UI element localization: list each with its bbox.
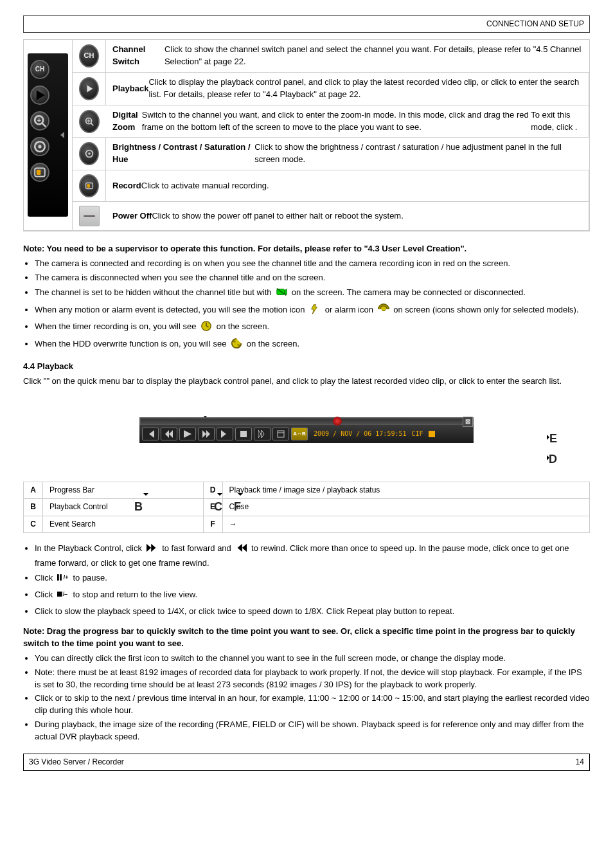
brightness-icon [79,142,99,165]
ff-icon [147,542,158,557]
section-playback: 4.4 Playback [23,361,590,373]
event-search-icon [272,428,289,440]
playback-progress: ⊠ [139,417,474,425]
section-camera-status: Note: You need to be a supervisor to ope… [23,243,590,255]
svg-point-4 [38,145,41,149]
note-time-search: Note: Drag the progress bar to quickly s… [23,626,590,650]
svg-rect-33 [60,574,62,581]
svg-point-12 [88,152,91,155]
tip-speed-only: During playback, the image size of the r… [35,719,590,743]
play-icon [179,428,196,440]
ch-icon: CH [79,44,99,68]
power-off-icon [79,206,100,226]
record-icon [79,174,99,197]
stop-minus-icon: /− [57,588,69,604]
zoom-icon [79,110,100,133]
tip-8192: Note: there must be at least 8192 images… [35,667,590,691]
header-bar: CONNECTION AND SETUP [23,15,590,33]
desc-channel-switch: Channel Switch Click to show the channel… [106,40,589,73]
tip-pause: Click /+ to pause. [35,572,590,587]
tip-ff-rw: In the Playback Control, click to fast f… [35,542,590,570]
next-icon [217,428,233,440]
tip-switch-channel: You can directly click the first icon to… [35,653,590,665]
callout-B: B [134,498,143,515]
svg-line-8 [91,123,94,125]
svg-rect-28 [240,431,247,437]
camera-status-list: The camera is connected and recording is… [35,258,590,353]
tip-timer-recording: When the timer recording is on, you will… [35,320,590,336]
tip-overwrite: When the HDD overwrite function is on, y… [35,338,590,353]
desc-brightness: Brightness / Contrast / Saturation / Hue… [106,138,589,170]
playback-figure: A B C F E D ⊠ A↔B [82,417,531,443]
desc-record: Record Click to activate manual recordin… [106,170,589,202]
quick-btn-power-off [73,202,106,231]
quick-btn-channel-switch: CH [73,40,106,73]
quick-btn-record [73,170,106,202]
tamper-icon [276,286,287,302]
motion-icon [309,303,321,319]
quick-btn-zoom [73,105,106,138]
tip-tamper: The channel is set to be hidden without … [35,286,590,302]
desc-playback: Playback Click to display the playback c… [106,73,589,105]
page: CONNECTION AND SETUP CH + CH Channel Swi… [0,0,613,781]
callout-C: C [214,498,222,515]
player-status: 2009 / NOV / 06 17:59:51 CIF [310,431,471,437]
svg-text:/+: /+ [63,574,68,581]
tip-blank: The camera is disconnected when you see … [35,272,590,284]
prev-icon [142,428,159,440]
svg-rect-6 [37,170,41,175]
svg-text:/−: /− [63,592,67,598]
callout-F: F [234,498,241,515]
quick-menu-strip-knobs: CH + [28,53,68,217]
fast-rewind-icon [161,428,177,440]
quick-btn-brightness [73,138,106,170]
desc-zoom: Digital Zoom Switch to the channel you w… [106,105,589,138]
quick-menu-strip: CH + [24,40,73,231]
svg-rect-29 [278,431,284,437]
playback-controls: A↔B 2009 / NOV / 06 17:59:51 CIF [139,425,474,443]
svg-rect-35 [57,592,62,597]
timer-icon [200,320,212,336]
playback-tips-2: You can directly click the first icon to… [35,653,590,743]
close-player-icon: ⊠ [463,417,473,427]
slow-icon [254,428,271,440]
svg-rect-14 [87,184,90,187]
progress-knob-icon [333,417,342,426]
quick-btn-playback [73,73,106,105]
desc-power-off: Power Off Click to show the power off pa… [106,202,589,231]
svg-rect-32 [57,574,59,581]
svg-rect-31 [429,431,435,437]
overwrite-icon [231,338,242,353]
tip-motion-alarm: When any motion or alarm event is detect… [35,303,590,319]
tip-no-icon: The camera is connected and recording is… [35,258,590,270]
playback-intro: Click "" on the quick menu bar to displa… [23,375,590,388]
svg-line-1 [42,123,46,127]
stop-icon [235,428,252,440]
playback-tips-1: In the Playback Control, click to fast f… [35,542,590,618]
quick-menu-table: CH + CH Channel Switch Click to show the… [23,39,590,231]
tip-stop: Click /− to stop and return to the live … [35,588,590,604]
svg-text:+: + [37,117,41,124]
fast-forward-icon [198,428,215,440]
tip-skip-hour: Click or to skip to the next / previous … [35,692,590,717]
alarm-icon [378,303,389,319]
rw-icon [235,542,247,557]
play-icon [79,77,99,100]
footer: 3G Video Server / Recorder 14 [23,754,590,771]
repeat-ab-icon: A↔B [291,428,308,440]
pause-plus-icon: /+ [57,572,69,587]
tip-ab-repeat: Click to slow the playback speed to 1/4X… [35,606,590,618]
